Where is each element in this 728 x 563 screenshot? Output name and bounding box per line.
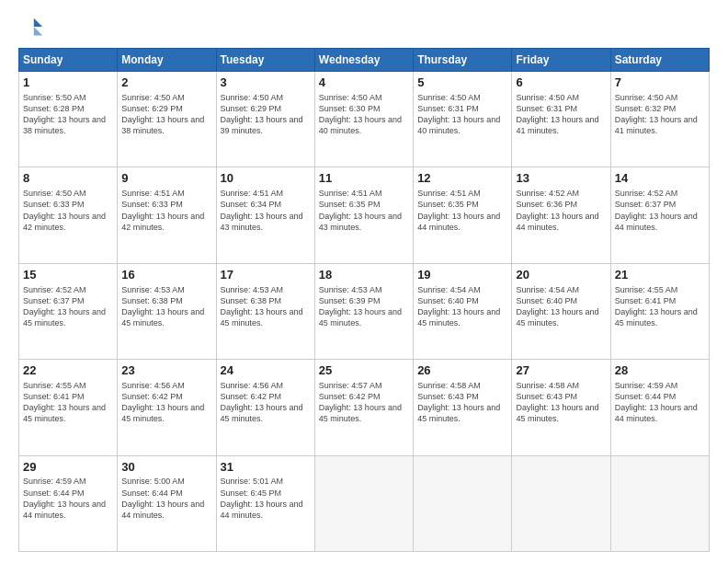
day-number: 2 xyxy=(121,75,211,91)
calendar-cell: 21Sunrise: 4:55 AMSunset: 6:41 PMDayligh… xyxy=(610,263,709,359)
calendar-cell: 5Sunrise: 4:50 AMSunset: 6:31 PMDaylight… xyxy=(414,72,512,167)
calendar-cell: 18Sunrise: 4:53 AMSunset: 6:39 PMDayligh… xyxy=(314,263,413,359)
calendar-cell: 27Sunrise: 4:58 AMSunset: 6:43 PMDayligh… xyxy=(512,360,610,455)
day-info: Sunrise: 4:54 AMSunset: 6:40 PMDaylight:… xyxy=(516,284,606,329)
calendar-cell xyxy=(512,455,610,551)
logo xyxy=(18,15,48,40)
calendar-cell: 25Sunrise: 4:57 AMSunset: 6:42 PMDayligh… xyxy=(314,360,413,455)
day-info: Sunrise: 4:55 AMSunset: 6:41 PMDaylight:… xyxy=(23,380,113,425)
calendar-header: SundayMondayTuesdayWednesdayThursdayFrid… xyxy=(19,49,710,72)
day-info: Sunrise: 4:50 AMSunset: 6:32 PMDaylight:… xyxy=(615,92,705,137)
week-row-1: 1Sunrise: 5:50 AMSunset: 6:28 PMDaylight… xyxy=(19,72,710,167)
calendar-cell: 16Sunrise: 4:53 AMSunset: 6:38 PMDayligh… xyxy=(118,263,216,359)
calendar-cell xyxy=(610,455,709,551)
week-row-2: 8Sunrise: 4:50 AMSunset: 6:33 PMDaylight… xyxy=(19,167,710,263)
day-number: 17 xyxy=(221,268,311,283)
day-number: 29 xyxy=(23,460,113,476)
calendar-cell: 20Sunrise: 4:54 AMSunset: 6:40 PMDayligh… xyxy=(512,263,610,359)
day-number: 1 xyxy=(23,75,113,91)
weekday-header-wednesday: Wednesday xyxy=(314,49,413,72)
day-info: Sunrise: 4:52 AMSunset: 6:37 PMDaylight:… xyxy=(615,188,705,233)
calendar-cell: 31Sunrise: 5:01 AMSunset: 6:45 PMDayligh… xyxy=(216,455,314,551)
day-number: 26 xyxy=(417,363,507,379)
calendar-cell: 10Sunrise: 4:51 AMSunset: 6:34 PMDayligh… xyxy=(216,167,314,263)
week-row-4: 22Sunrise: 4:55 AMSunset: 6:41 PMDayligh… xyxy=(19,360,710,455)
calendar-cell xyxy=(414,455,512,551)
calendar-cell: 14Sunrise: 4:52 AMSunset: 6:37 PMDayligh… xyxy=(610,167,709,263)
day-info: Sunrise: 5:50 AMSunset: 6:28 PMDaylight:… xyxy=(23,92,113,137)
day-number: 13 xyxy=(516,171,606,187)
calendar-cell: 15Sunrise: 4:52 AMSunset: 6:37 PMDayligh… xyxy=(19,263,118,359)
calendar-cell: 26Sunrise: 4:58 AMSunset: 6:43 PMDayligh… xyxy=(414,360,512,455)
day-number: 18 xyxy=(319,268,409,283)
day-number: 10 xyxy=(221,171,311,187)
weekday-header-monday: Monday xyxy=(118,49,216,72)
week-row-3: 15Sunrise: 4:52 AMSunset: 6:37 PMDayligh… xyxy=(19,263,710,359)
day-number: 5 xyxy=(417,75,507,91)
day-number: 9 xyxy=(121,171,211,187)
day-info: Sunrise: 4:53 AMSunset: 6:38 PMDaylight:… xyxy=(221,284,311,329)
calendar-cell: 13Sunrise: 4:52 AMSunset: 6:36 PMDayligh… xyxy=(512,167,610,263)
weekday-header-saturday: Saturday xyxy=(610,49,709,72)
calendar-cell: 12Sunrise: 4:51 AMSunset: 6:35 PMDayligh… xyxy=(414,167,512,263)
day-number: 25 xyxy=(319,363,409,379)
day-number: 19 xyxy=(417,268,507,283)
day-number: 16 xyxy=(121,268,211,283)
week-row-5: 29Sunrise: 4:59 AMSunset: 6:44 PMDayligh… xyxy=(19,455,710,551)
day-number: 22 xyxy=(23,363,113,379)
day-info: Sunrise: 4:56 AMSunset: 6:42 PMDaylight:… xyxy=(121,380,211,425)
day-number: 24 xyxy=(221,363,311,379)
day-info: Sunrise: 5:01 AMSunset: 6:45 PMDaylight:… xyxy=(221,476,311,521)
calendar-cell: 2Sunrise: 4:50 AMSunset: 6:29 PMDaylight… xyxy=(118,72,216,167)
page: SundayMondayTuesdayWednesdayThursdayFrid… xyxy=(0,0,728,563)
weekday-header-thursday: Thursday xyxy=(414,49,512,72)
calendar-cell: 11Sunrise: 4:51 AMSunset: 6:35 PMDayligh… xyxy=(314,167,413,263)
day-info: Sunrise: 4:59 AMSunset: 6:44 PMDaylight:… xyxy=(615,380,705,425)
day-number: 20 xyxy=(516,268,606,283)
calendar-cell: 30Sunrise: 5:00 AMSunset: 6:44 PMDayligh… xyxy=(118,455,216,551)
day-info: Sunrise: 4:57 AMSunset: 6:42 PMDaylight:… xyxy=(319,380,409,425)
calendar-table: SundayMondayTuesdayWednesdayThursdayFrid… xyxy=(18,48,710,552)
day-info: Sunrise: 4:58 AMSunset: 6:43 PMDaylight:… xyxy=(516,380,606,425)
day-info: Sunrise: 4:50 AMSunset: 6:31 PMDaylight:… xyxy=(516,92,606,137)
svg-marker-1 xyxy=(34,27,42,35)
calendar-cell: 3Sunrise: 4:50 AMSunset: 6:29 PMDaylight… xyxy=(216,72,314,167)
day-info: Sunrise: 4:50 AMSunset: 6:31 PMDaylight:… xyxy=(417,92,507,137)
day-info: Sunrise: 4:50 AMSunset: 6:29 PMDaylight:… xyxy=(121,92,211,137)
day-number: 3 xyxy=(221,75,311,91)
day-number: 23 xyxy=(121,363,211,379)
day-info: Sunrise: 4:50 AMSunset: 6:29 PMDaylight:… xyxy=(221,92,311,137)
day-info: Sunrise: 4:54 AMSunset: 6:40 PMDaylight:… xyxy=(417,284,507,329)
logo-icon xyxy=(18,15,44,40)
day-info: Sunrise: 4:51 AMSunset: 6:34 PMDaylight:… xyxy=(221,188,311,233)
calendar-cell xyxy=(314,455,413,551)
day-number: 21 xyxy=(615,268,705,283)
calendar-body: 1Sunrise: 5:50 AMSunset: 6:28 PMDaylight… xyxy=(19,72,710,552)
day-number: 30 xyxy=(121,460,211,476)
calendar-cell: 29Sunrise: 4:59 AMSunset: 6:44 PMDayligh… xyxy=(19,455,118,551)
day-info: Sunrise: 4:52 AMSunset: 6:37 PMDaylight:… xyxy=(23,284,113,329)
calendar-cell: 4Sunrise: 4:50 AMSunset: 6:30 PMDaylight… xyxy=(314,72,413,167)
day-info: Sunrise: 4:51 AMSunset: 6:35 PMDaylight:… xyxy=(417,188,507,233)
calendar-cell: 17Sunrise: 4:53 AMSunset: 6:38 PMDayligh… xyxy=(216,263,314,359)
day-number: 14 xyxy=(615,171,705,187)
day-info: Sunrise: 4:50 AMSunset: 6:33 PMDaylight:… xyxy=(23,188,113,233)
day-info: Sunrise: 4:55 AMSunset: 6:41 PMDaylight:… xyxy=(615,284,705,329)
calendar-cell: 9Sunrise: 4:51 AMSunset: 6:33 PMDaylight… xyxy=(118,167,216,263)
calendar-cell: 1Sunrise: 5:50 AMSunset: 6:28 PMDaylight… xyxy=(19,72,118,167)
day-info: Sunrise: 4:51 AMSunset: 6:35 PMDaylight:… xyxy=(319,188,409,233)
day-number: 8 xyxy=(23,171,113,187)
day-info: Sunrise: 4:51 AMSunset: 6:33 PMDaylight:… xyxy=(121,188,211,233)
svg-marker-0 xyxy=(34,18,42,27)
calendar-cell: 23Sunrise: 4:56 AMSunset: 6:42 PMDayligh… xyxy=(118,360,216,455)
calendar-cell: 28Sunrise: 4:59 AMSunset: 6:44 PMDayligh… xyxy=(610,360,709,455)
day-number: 7 xyxy=(615,75,705,91)
day-number: 27 xyxy=(516,363,606,379)
day-info: Sunrise: 4:53 AMSunset: 6:38 PMDaylight:… xyxy=(121,284,211,329)
day-number: 15 xyxy=(23,268,113,283)
day-number: 28 xyxy=(615,363,705,379)
day-number: 11 xyxy=(319,171,409,187)
calendar-cell: 24Sunrise: 4:56 AMSunset: 6:42 PMDayligh… xyxy=(216,360,314,455)
weekday-header-friday: Friday xyxy=(512,49,610,72)
calendar-cell: 6Sunrise: 4:50 AMSunset: 6:31 PMDaylight… xyxy=(512,72,610,167)
